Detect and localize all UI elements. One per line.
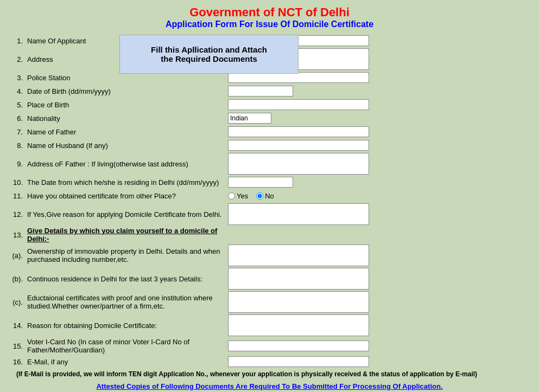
row-num-6: 6.: [5, 114, 27, 123]
father-name-input[interactable]: [228, 126, 369, 137]
row-9: 9. Address oF Father : If living(otherwi…: [5, 153, 534, 175]
radio-no-label[interactable]: No: [256, 192, 274, 200]
attested-heading-link[interactable]: Attested Copies of Following Documents A…: [96, 382, 442, 390]
row-c: (c). Eductaional certificates with proof…: [5, 291, 534, 313]
property-input[interactable]: [228, 245, 369, 266]
row-input-3: [228, 72, 534, 83]
row-num-a: (a).: [5, 252, 27, 260]
row-num-1: 1.: [5, 37, 27, 45]
row-input-7: [228, 126, 534, 137]
row-input-15: [228, 340, 534, 351]
row-16: 16. E-Mail, if any: [5, 356, 534, 368]
email-input[interactable]: [228, 356, 369, 367]
father-address-input[interactable]: [228, 153, 369, 175]
row-13: 13. Give Details by which you claim your…: [5, 227, 534, 243]
row-label-14: Reason for obtaining Domicile Certificat…: [27, 322, 228, 330]
row-4: 4. Date of Birth (dd/mm/yyyy): [5, 85, 534, 97]
row-label-3: Police Station: [27, 74, 228, 82]
row-num-13: 13.: [5, 231, 27, 239]
row-input-4: [228, 86, 534, 97]
police-station-input[interactable]: [228, 72, 369, 83]
row-label-4: Date of Birth (dd/mm/yyyy): [27, 87, 228, 95]
row-14: 14. Reason for obtaining Domicile Certif…: [5, 314, 534, 336]
main-title: Government of NCT of Delhi: [0, 5, 539, 20]
row-num-11: 11.: [5, 192, 27, 200]
row-11: 11. Have you obtained certificate from o…: [5, 190, 534, 202]
notice-line2: the Required Documents: [161, 54, 257, 63]
row-num-5: 5.: [5, 101, 27, 109]
row-input-11: Yes No: [228, 192, 534, 200]
row-label-a: Owenership of immovable property in Delh…: [27, 247, 228, 264]
notice-box: Fill this Apllication and Attach the Req…: [119, 35, 299, 74]
education-input[interactable]: [228, 291, 369, 313]
husband-name-input[interactable]: [228, 140, 369, 151]
row-a: (a). Owenership of immovable property in…: [5, 245, 534, 266]
row-num-3: 3.: [5, 74, 27, 82]
row-input-a: [228, 245, 534, 266]
nationality-input[interactable]: [228, 113, 271, 124]
row-label-13: Give Details by which you claim yourself…: [27, 227, 228, 243]
row-label-7: Name of Father: [27, 128, 228, 136]
notice-line1: Fill this Apllication and Attach: [151, 45, 267, 54]
row-input-14: [228, 314, 534, 336]
radio-yes[interactable]: [228, 192, 235, 200]
dob-input[interactable]: [228, 86, 293, 97]
row-label-9: Address oF Father : If living(otherwise …: [27, 160, 228, 168]
voter-id-input[interactable]: [228, 340, 369, 351]
certificate-radio-group: Yes No: [228, 192, 274, 200]
row-5: 5. Place of Birth: [5, 99, 534, 111]
row-input-6: [228, 113, 534, 124]
attested-heading-container: Attested Copies of Following Documents A…: [5, 382, 534, 390]
row-label-15: Voter I-Card No (In case of minor Voter …: [27, 338, 228, 354]
row-num-16: 16.: [5, 358, 27, 366]
row-num-14: 14.: [5, 322, 27, 330]
row-12: 12. If Yes,Give reason for applying Domi…: [5, 203, 534, 225]
place-of-birth-input[interactable]: [228, 99, 369, 110]
row-num-b: (b).: [5, 275, 27, 283]
row-num-4: 4.: [5, 87, 27, 95]
row-num-7: 7.: [5, 128, 27, 136]
row-label-c: Eductaional certificates with proof and …: [27, 294, 228, 310]
row-label-6: Nationality: [27, 114, 228, 123]
row-label-8: Name of Husband (If any): [27, 142, 228, 150]
row-label-10: The Date from which he/she is residing i…: [27, 178, 228, 187]
sub-title: Application Form For Issue Of Domicile C…: [0, 20, 539, 29]
row-b: (b). Continuos residence in Delhi for th…: [5, 268, 534, 290]
row-input-5: [228, 99, 534, 110]
row-input-c: [228, 291, 534, 313]
row-num-c: (c).: [5, 298, 27, 306]
row-15: 15. Voter I-Card No (In case of minor Vo…: [5, 338, 534, 354]
row-input-b: [228, 268, 534, 290]
row-num-15: 15.: [5, 342, 27, 350]
row-input-9: [228, 153, 534, 175]
obtain-reason-input[interactable]: [228, 314, 369, 336]
row-6: 6. Nationality: [5, 112, 534, 124]
row-10: 10. The Date from which he/she is residi…: [5, 176, 534, 188]
row-label-11: Have you obtained certificate from other…: [27, 192, 228, 200]
residing-date-input[interactable]: [228, 177, 293, 188]
row-num-2: 2.: [5, 55, 27, 63]
row-input-12: [228, 203, 534, 225]
reason-input[interactable]: [228, 203, 369, 225]
email-note: (If E-Mail is provided, we will inform T…: [5, 369, 534, 379]
row-7: 7. Name of Father: [5, 126, 534, 138]
residence-input[interactable]: [228, 268, 369, 290]
row-num-9: 9.: [5, 160, 27, 168]
row-label-16: E-Mail, if any: [27, 358, 228, 366]
row-input-10: [228, 177, 534, 188]
row-num-10: 10.: [5, 178, 27, 187]
row-input-16: [228, 356, 534, 367]
row-8: 8. Name of Husband (If any): [5, 139, 534, 151]
row-label-12: If Yes,Give reason for applying Domicile…: [27, 210, 228, 219]
page-header: Government of NCT of Delhi Application F…: [0, 0, 539, 33]
radio-yes-label[interactable]: Yes: [228, 192, 248, 200]
radio-no[interactable]: [256, 192, 263, 200]
row-label-b: Continuos residence in Delhi for the las…: [27, 275, 228, 283]
row-num-8: 8.: [5, 142, 27, 150]
row-input-8: [228, 140, 534, 151]
row-label-5: Place of Birth: [27, 101, 228, 109]
form-container: Fill this Apllication and Attach the Req…: [0, 33, 539, 392]
row-num-12: 12.: [5, 210, 27, 219]
